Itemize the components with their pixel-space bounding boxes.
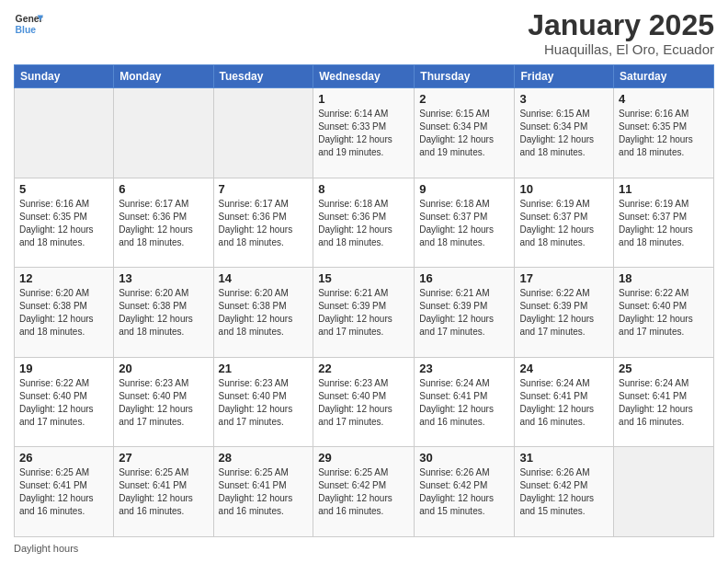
calendar-cell: 27Sunrise: 6:25 AM Sunset: 6:41 PM Dayli…: [114, 447, 213, 537]
calendar-week-3: 19Sunrise: 6:22 AM Sunset: 6:40 PM Dayli…: [15, 357, 714, 447]
calendar-cell: 25Sunrise: 6:24 AM Sunset: 6:41 PM Dayli…: [614, 357, 714, 447]
day-info: Sunrise: 6:26 AM Sunset: 6:42 PM Dayligh…: [519, 466, 609, 518]
day-number: 29: [318, 451, 409, 465]
calendar-cell: 26Sunrise: 6:25 AM Sunset: 6:41 PM Dayli…: [15, 447, 114, 537]
calendar-header-row: Sunday Monday Tuesday Wednesday Thursday…: [15, 65, 714, 88]
calendar-cell: 11Sunrise: 6:19 AM Sunset: 6:37 PM Dayli…: [614, 178, 714, 268]
day-number: 28: [219, 451, 309, 465]
footer: Daylight hours: [14, 543, 714, 554]
day-number: 3: [519, 92, 609, 106]
calendar-cell: 12Sunrise: 6:20 AM Sunset: 6:38 PM Dayli…: [15, 268, 114, 358]
day-info: Sunrise: 6:24 AM Sunset: 6:41 PM Dayligh…: [619, 377, 709, 429]
calendar-cell: 6Sunrise: 6:17 AM Sunset: 6:36 PM Daylig…: [114, 178, 213, 268]
calendar-cell: 31Sunrise: 6:26 AM Sunset: 6:42 PM Dayli…: [515, 447, 614, 537]
day-info: Sunrise: 6:18 AM Sunset: 6:37 PM Dayligh…: [419, 198, 509, 249]
logo-icon: General Blue: [14, 9, 43, 39]
calendar-cell: 13Sunrise: 6:20 AM Sunset: 6:38 PM Dayli…: [114, 268, 213, 358]
calendar-cell: 3Sunrise: 6:15 AM Sunset: 6:34 PM Daylig…: [515, 88, 614, 178]
day-info: Sunrise: 6:25 AM Sunset: 6:41 PM Dayligh…: [119, 466, 208, 518]
day-number: 23: [419, 362, 509, 375]
calendar-cell: 29Sunrise: 6:25 AM Sunset: 6:42 PM Dayli…: [313, 447, 415, 537]
day-number: 13: [119, 271, 208, 285]
calendar-cell: 5Sunrise: 6:16 AM Sunset: 6:35 PM Daylig…: [15, 178, 114, 268]
day-info: Sunrise: 6:16 AM Sunset: 6:35 PM Dayligh…: [19, 198, 108, 249]
day-number: 24: [519, 362, 609, 375]
day-info: Sunrise: 6:20 AM Sunset: 6:38 PM Dayligh…: [119, 287, 208, 339]
day-number: 4: [619, 92, 709, 106]
header-wednesday: Wednesday: [313, 65, 415, 88]
day-info: Sunrise: 6:23 AM Sunset: 6:40 PM Dayligh…: [219, 377, 309, 429]
day-number: 25: [619, 362, 709, 375]
day-info: Sunrise: 6:21 AM Sunset: 6:39 PM Dayligh…: [318, 287, 409, 339]
day-info: Sunrise: 6:15 AM Sunset: 6:34 PM Dayligh…: [419, 108, 509, 159]
header-friday: Friday: [515, 65, 614, 88]
calendar-cell: 28Sunrise: 6:25 AM Sunset: 6:41 PM Dayli…: [213, 447, 313, 537]
day-number: 6: [119, 182, 208, 196]
day-number: 20: [119, 362, 208, 375]
calendar-cell: 30Sunrise: 6:26 AM Sunset: 6:42 PM Dayli…: [415, 447, 515, 537]
calendar-cell: 1Sunrise: 6:14 AM Sunset: 6:33 PM Daylig…: [313, 88, 415, 178]
header-sunday: Sunday: [15, 65, 114, 88]
header-tuesday: Tuesday: [213, 65, 313, 88]
day-info: Sunrise: 6:19 AM Sunset: 6:37 PM Dayligh…: [619, 198, 709, 249]
header: General Blue January 2025 Huaquillas, El…: [14, 9, 714, 57]
calendar-cell: [213, 88, 313, 178]
day-info: Sunrise: 6:17 AM Sunset: 6:36 PM Dayligh…: [219, 198, 309, 249]
day-number: 17: [519, 271, 609, 285]
calendar-cell: [614, 447, 714, 537]
day-number: 10: [519, 182, 609, 196]
subtitle: Huaquillas, El Oro, Ecuador: [528, 41, 714, 57]
day-info: Sunrise: 6:23 AM Sunset: 6:40 PM Dayligh…: [318, 377, 409, 429]
day-number: 11: [619, 182, 709, 196]
calendar-cell: 23Sunrise: 6:24 AM Sunset: 6:41 PM Dayli…: [415, 357, 515, 447]
calendar-cell: 4Sunrise: 6:16 AM Sunset: 6:35 PM Daylig…: [614, 88, 714, 178]
day-info: Sunrise: 6:26 AM Sunset: 6:42 PM Dayligh…: [419, 466, 509, 518]
title-block: January 2025 Huaquillas, El Oro, Ecuador: [528, 9, 714, 57]
header-saturday: Saturday: [614, 65, 714, 88]
day-info: Sunrise: 6:19 AM Sunset: 6:37 PM Dayligh…: [519, 198, 609, 249]
day-number: 8: [318, 182, 409, 196]
calendar-cell: 9Sunrise: 6:18 AM Sunset: 6:37 PM Daylig…: [415, 178, 515, 268]
calendar-cell: 2Sunrise: 6:15 AM Sunset: 6:34 PM Daylig…: [415, 88, 515, 178]
day-info: Sunrise: 6:25 AM Sunset: 6:41 PM Dayligh…: [219, 466, 309, 518]
day-number: 30: [419, 451, 509, 465]
calendar-cell: 19Sunrise: 6:22 AM Sunset: 6:40 PM Dayli…: [15, 357, 114, 447]
day-number: 14: [219, 271, 309, 285]
day-number: 22: [318, 362, 409, 375]
calendar-cell: 10Sunrise: 6:19 AM Sunset: 6:37 PM Dayli…: [515, 178, 614, 268]
day-info: Sunrise: 6:22 AM Sunset: 6:39 PM Dayligh…: [519, 287, 609, 339]
day-number: 26: [19, 451, 108, 465]
day-info: Sunrise: 6:18 AM Sunset: 6:36 PM Dayligh…: [318, 198, 409, 249]
day-info: Sunrise: 6:16 AM Sunset: 6:35 PM Dayligh…: [619, 108, 709, 159]
calendar-cell: 16Sunrise: 6:21 AM Sunset: 6:39 PM Dayli…: [415, 268, 515, 358]
day-info: Sunrise: 6:24 AM Sunset: 6:41 PM Dayligh…: [519, 377, 609, 429]
day-number: 15: [318, 271, 409, 285]
calendar-cell: 17Sunrise: 6:22 AM Sunset: 6:39 PM Dayli…: [515, 268, 614, 358]
logo: General Blue: [14, 9, 43, 39]
header-monday: Monday: [114, 65, 213, 88]
page: General Blue January 2025 Huaquillas, El…: [0, 0, 728, 563]
svg-text:Blue: Blue: [16, 25, 37, 35]
day-number: 1: [318, 92, 409, 106]
day-info: Sunrise: 6:21 AM Sunset: 6:39 PM Dayligh…: [419, 287, 509, 339]
calendar-cell: 22Sunrise: 6:23 AM Sunset: 6:40 PM Dayli…: [313, 357, 415, 447]
day-info: Sunrise: 6:14 AM Sunset: 6:33 PM Dayligh…: [318, 108, 409, 159]
day-info: Sunrise: 6:20 AM Sunset: 6:38 PM Dayligh…: [219, 287, 309, 339]
day-info: Sunrise: 6:22 AM Sunset: 6:40 PM Dayligh…: [19, 377, 108, 429]
daylight-label: Daylight hours: [14, 543, 78, 554]
main-title: January 2025: [528, 9, 714, 41]
day-number: 27: [119, 451, 208, 465]
calendar-week-2: 12Sunrise: 6:20 AM Sunset: 6:38 PM Dayli…: [15, 268, 714, 358]
day-number: 18: [619, 271, 709, 285]
calendar-cell: 18Sunrise: 6:22 AM Sunset: 6:40 PM Dayli…: [614, 268, 714, 358]
header-thursday: Thursday: [415, 65, 515, 88]
day-info: Sunrise: 6:20 AM Sunset: 6:38 PM Dayligh…: [19, 287, 108, 339]
calendar-cell: 14Sunrise: 6:20 AM Sunset: 6:38 PM Dayli…: [213, 268, 313, 358]
calendar-week-1: 5Sunrise: 6:16 AM Sunset: 6:35 PM Daylig…: [15, 178, 714, 268]
calendar-table: Sunday Monday Tuesday Wednesday Thursday…: [14, 64, 714, 537]
calendar-cell: [15, 88, 114, 178]
calendar-cell: 8Sunrise: 6:18 AM Sunset: 6:36 PM Daylig…: [313, 178, 415, 268]
day-number: 12: [19, 271, 108, 285]
calendar-week-0: 1Sunrise: 6:14 AM Sunset: 6:33 PM Daylig…: [15, 88, 714, 178]
calendar-cell: 24Sunrise: 6:24 AM Sunset: 6:41 PM Dayli…: [515, 357, 614, 447]
